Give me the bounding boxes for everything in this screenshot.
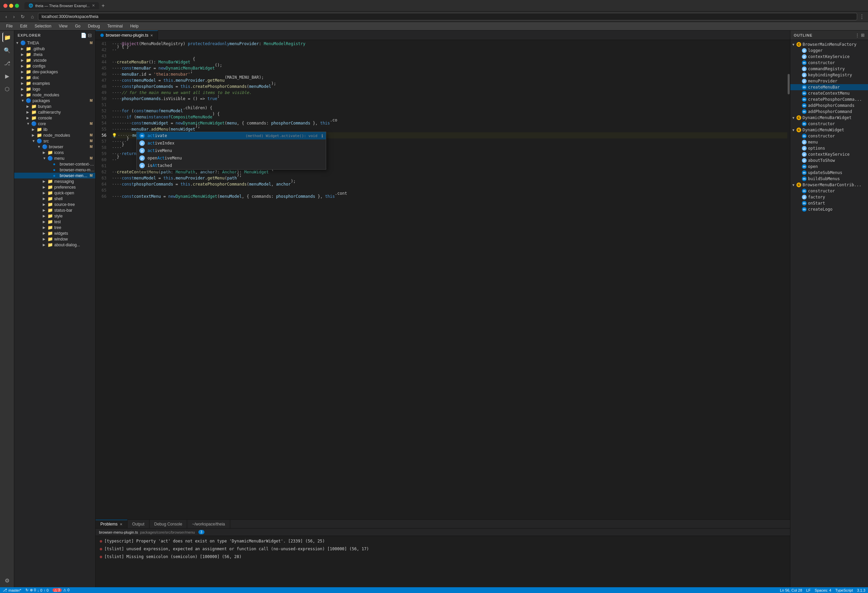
tab-close-icon[interactable]: ✕ <box>92 3 95 8</box>
settings-icon[interactable]: ⚙ <box>2 576 12 585</box>
explorer-icon[interactable]: 📁 <box>2 33 12 42</box>
back-button[interactable]: ‹ <box>3 13 9 20</box>
sidebar-item-configs[interactable]: ▶ 📁 configs <box>14 63 95 69</box>
outline-settings-icon[interactable]: ⊞ <box>861 33 865 38</box>
sidebar-item-window[interactable]: ▶ 📁 window <box>14 236 95 242</box>
git-branch[interactable]: ⎇ master* <box>3 588 21 592</box>
outline-item-menuProvider[interactable]: ▶ p menuProvider <box>790 78 868 84</box>
panel-tab-debug-console[interactable]: Debug Console <box>149 520 187 528</box>
outline-item-DynamicMenuWidget[interactable]: ▼ C DynamicMenuWidget <box>790 127 868 133</box>
sidebar-item-core[interactable]: ▼ 🔵 core M <box>14 121 95 127</box>
sidebar-item-icons[interactable]: ▶ 📁 icons <box>14 149 95 155</box>
extensions-icon[interactable]: ⬡ <box>2 84 12 94</box>
editor-scrollbar[interactable] <box>787 40 790 519</box>
menu-debug[interactable]: Debug <box>84 23 103 30</box>
sync-status[interactable]: ↻ ⊗ 0 ↓ 0 ↑ 0 <box>25 588 49 592</box>
panel-tab-problems[interactable]: Problems ✕ <box>96 520 127 528</box>
outline-item-DynamicMenuBarWidget[interactable]: ▼ C DynamicMenuBarWidget <box>790 115 868 121</box>
line-ending[interactable]: LF <box>806 588 811 592</box>
outline-item-addPhosphorCommand[interactable]: ▶ m addPhosphorCommand <box>790 109 868 115</box>
menu-view[interactable]: View <box>55 23 71 30</box>
editor-tab-browser-menu-plugin[interactable]: browser-menu-plugin.ts ✕ <box>96 31 158 40</box>
sidebar-item-packages[interactable]: ▼ 🔵 packages M <box>14 98 95 104</box>
panel-tab-output[interactable]: Output <box>127 520 149 528</box>
autocomplete-item-activeMenu[interactable]: p activeMenu <box>137 147 326 154</box>
outline-filter-icon[interactable]: ⋮ <box>855 33 859 38</box>
sidebar-item-src[interactable]: ▼ 🔵 src M <box>14 138 95 144</box>
sidebar-item-lib[interactable]: ▶ 📁 lib <box>14 127 95 132</box>
reload-button[interactable]: ↻ <box>19 13 27 20</box>
problem-item-3[interactable]: ⊗ [tslint] Missing semicolon (semicolon)… <box>98 553 787 561</box>
sidebar-item-THEIA[interactable]: ▼ 🔵 THEIA M <box>14 40 95 46</box>
problem-item-2[interactable]: ⊗ [tslint] unused expression, expected a… <box>98 545 787 553</box>
outline-item-constructor-4[interactable]: ▶ m constructor <box>790 188 868 194</box>
outline-item-factory[interactable]: ▶ p factory <box>790 194 868 200</box>
sidebar-item-doc[interactable]: ▶ 📁 doc <box>14 75 95 80</box>
sidebar-item-browser[interactable]: ▼ 🔵 browser M <box>14 144 95 149</box>
sidebar-item-widgets[interactable]: ▶ 📁 widgets <box>14 230 95 236</box>
sidebar-item-messaging[interactable]: ▶ 📁 messaging <box>14 179 95 184</box>
debug-icon[interactable]: ▶ <box>2 71 12 81</box>
sidebar-item-logo[interactable]: ▶ 📁 logo <box>14 86 95 92</box>
code-editor[interactable]: 41 42 43 44 45 46 47 48 49 50 51 52 <box>96 40 790 519</box>
outline-item-contextKeyService[interactable]: ▶ p contextKeyService <box>790 53 868 60</box>
outline-item-aboutToShow[interactable]: ▶ p aboutToShow <box>790 157 868 164</box>
sidebar-item-status-bar[interactable]: ▶ 📁 status-bar <box>14 207 95 213</box>
sidebar-item-preferences[interactable]: ▶ 📁 preferences <box>14 184 95 190</box>
autocomplete-item-activate[interactable]: m activate (method) Widget.activate(): v… <box>137 132 326 139</box>
sidebar-item-browser-menu-plugin[interactable]: ▶ ● browser-menu-plugin.ts M <box>14 173 95 179</box>
outline-item-open[interactable]: ▶ m open <box>790 164 868 170</box>
sidebar-item-menu[interactable]: ▼ 🔵 menu M <box>14 155 95 161</box>
outline-item-constructor-2[interactable]: ▶ m constructor <box>790 121 868 127</box>
outline-item-buildSubMenus[interactable]: ▶ m buildSubMenus <box>790 176 868 182</box>
nav-menu-icon[interactable]: ⋮ <box>859 13 865 20</box>
collapse-all-icon[interactable]: ⊟ <box>88 33 92 38</box>
outline-item-commandRegistry[interactable]: ▶ p commandRegistry <box>790 66 868 72</box>
search-icon[interactable]: 🔍 <box>2 46 12 55</box>
forward-button[interactable]: › <box>11 13 17 20</box>
minimize-button[interactable] <box>9 4 13 8</box>
autocomplete-item-isAttached[interactable]: p isAttached <box>137 162 326 169</box>
scm-icon[interactable]: ⎇ <box>2 58 12 68</box>
sidebar-item-github[interactable]: ▶ 📁 .github <box>14 46 95 52</box>
sidebar-item-theia[interactable]: ▶ 📁 .theia <box>14 52 95 57</box>
tab-close-icon[interactable]: ✕ <box>150 34 153 37</box>
sidebar-item-console[interactable]: ▶ 📁 console <box>14 115 95 121</box>
sidebar-item-node-modules[interactable]: ▶ 📁 node_modules <box>14 92 95 98</box>
sidebar-item-quick-open[interactable]: ▶ 📁 quick-open <box>14 190 95 196</box>
sidebar-item-browser-menu-module[interactable]: ▶ ● browser-menu-module.ts <box>14 167 95 173</box>
sidebar-item-bunyan[interactable]: ▶ 📁 bunyan <box>14 104 95 109</box>
outline-item-BrowserMainMenuFactory[interactable]: ▼ C BrowserMainMenuFactory <box>790 41 868 47</box>
sidebar-item-dev-packages[interactable]: ▶ 📁 dev-packages <box>14 69 95 75</box>
panel-tab-close-icon[interactable]: ✕ <box>120 522 123 526</box>
outline-item-constructor[interactable]: ▶ m constructor <box>790 60 868 66</box>
outline-item-onStart[interactable]: ▶ m onStart <box>790 200 868 206</box>
cursor-position[interactable]: Ln 56, Col 28 <box>780 588 802 592</box>
new-tab-button[interactable]: + <box>100 3 106 9</box>
sidebar-item-vscode[interactable]: ▶ 📁 .vscode <box>14 57 95 63</box>
menu-edit[interactable]: Edit <box>16 23 31 30</box>
outline-item-BrowserMenuBarContrib[interactable]: ▼ C BrowserMenuBarContrib... <box>790 182 868 188</box>
outline-item-keybindingRegistry[interactable]: ▶ p keybindingRegistry <box>790 72 868 78</box>
sidebar-item-tree[interactable]: ▶ 📁 tree <box>14 225 95 230</box>
sidebar-item-shell[interactable]: ▶ 📁 shell <box>14 196 95 201</box>
problem-item-1[interactable]: ⊗ [typescript] Property 'act' does not e… <box>98 537 787 545</box>
autocomplete-item-activeIndex[interactable]: p activeIndex <box>137 139 326 147</box>
menu-selection[interactable]: Selection <box>31 23 55 30</box>
outline-item-createPhosphorComma[interactable]: ▶ m createPhosphorComma... <box>790 96 868 102</box>
sidebar-item-browser-context-menu[interactable]: ▶ ● browser-context-menu-r... <box>14 161 95 167</box>
outline-item-constructor-3[interactable]: ▶ m constructor <box>790 133 868 139</box>
panel-tab-terminal[interactable]: ~/workspace/theia <box>187 520 230 528</box>
outline-item-createMenuBar[interactable]: ▶ m createMenuBar <box>790 84 868 90</box>
outline-item-updateSubMenus[interactable]: ▶ m updateSubMenus <box>790 170 868 176</box>
outline-item-logger[interactable]: ▶ p logger <box>790 47 868 53</box>
new-file-icon[interactable]: 📄 <box>81 33 86 38</box>
home-button[interactable]: ⌂ <box>29 13 35 20</box>
menu-go[interactable]: Go <box>72 23 84 30</box>
sidebar-item-style[interactable]: ▶ 📁 style <box>14 213 95 219</box>
spaces[interactable]: Spaces: 4 <box>815 588 831 592</box>
sidebar-item-callhierarchy[interactable]: ▶ 📁 callhierarchy <box>14 109 95 115</box>
menu-terminal[interactable]: Terminal <box>104 23 126 30</box>
sidebar-item-about-dialog[interactable]: ▶ 📁 about-dialog... <box>14 242 95 248</box>
menu-file[interactable]: File <box>3 23 16 30</box>
